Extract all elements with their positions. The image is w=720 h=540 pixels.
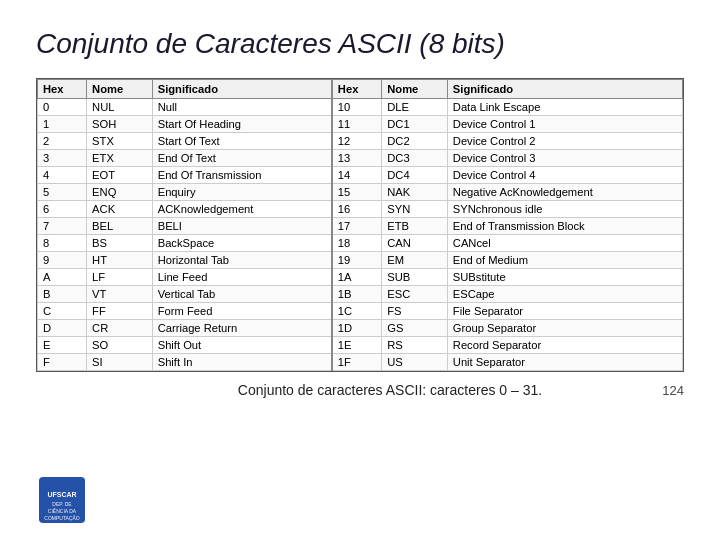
table-row: 6ACKACKnowledgement16SYNSYNchronous idle: [38, 201, 683, 218]
table-cell: RS: [382, 337, 448, 354]
table-cell: BEL: [87, 218, 153, 235]
slide: Conjunto de Caracteres ASCII (8 bits) He…: [0, 0, 720, 540]
table-cell: E: [38, 337, 87, 354]
table-cell: Horizontal Tab: [152, 252, 332, 269]
table-cell: Vertical Tab: [152, 286, 332, 303]
table-row: 5ENQEnquiry15NAKNegative AcKnowledgement: [38, 184, 683, 201]
table-cell: CANcel: [447, 235, 682, 252]
table-row: ALFLine Feed1ASUBSUBstitute: [38, 269, 683, 286]
table-cell: LF: [87, 269, 153, 286]
table-row: 9HTHorizontal Tab19EMEnd of Medium: [38, 252, 683, 269]
table-row: 1SOHStart Of Heading11DC1Device Control …: [38, 116, 683, 133]
table-cell: Null: [152, 99, 332, 116]
table-cell: BackSpace: [152, 235, 332, 252]
table-cell: CR: [87, 320, 153, 337]
table-cell: 2: [38, 133, 87, 150]
table-row: CFFForm Feed1CFSFile Separator: [38, 303, 683, 320]
table-cell: End Of Text: [152, 150, 332, 167]
table-cell: US: [382, 354, 448, 371]
table-cell: 15: [332, 184, 382, 201]
table-row: FSIShift In1FUSUnit Separator: [38, 354, 683, 371]
table-cell: F: [38, 354, 87, 371]
table-cell: ESCape: [447, 286, 682, 303]
table-cell: 7: [38, 218, 87, 235]
table-row: DCRCarriage Return1DGSGroup Separator: [38, 320, 683, 337]
col-sig-left: Significado: [152, 80, 332, 99]
table-cell: SO: [87, 337, 153, 354]
table-cell: 13: [332, 150, 382, 167]
table-cell: Device Control 1: [447, 116, 682, 133]
table-cell: STX: [87, 133, 153, 150]
table-cell: 16: [332, 201, 382, 218]
svg-text:UFSCAR: UFSCAR: [47, 491, 76, 498]
slide-title: Conjunto de Caracteres ASCII (8 bits): [36, 28, 684, 60]
table-row: 8BSBackSpace18CANCANcel: [38, 235, 683, 252]
table-cell: EM: [382, 252, 448, 269]
table-cell: DLE: [382, 99, 448, 116]
table-cell: Device Control 2: [447, 133, 682, 150]
table-cell: Data Link Escape: [447, 99, 682, 116]
page-number: 124: [662, 383, 684, 398]
table-cell: A: [38, 269, 87, 286]
col-nome-left: Nome: [87, 80, 153, 99]
table-cell: ETX: [87, 150, 153, 167]
table-cell: DC1: [382, 116, 448, 133]
table-cell: Device Control 3: [447, 150, 682, 167]
table-cell: Negative AcKnowledgement: [447, 184, 682, 201]
ascii-table: Hex Nome Significado Hex Nome Significad…: [37, 79, 683, 371]
table-cell: SYNchronous idle: [447, 201, 682, 218]
table-cell: ACKnowledgement: [152, 201, 332, 218]
table-cell: BELI: [152, 218, 332, 235]
table-cell: ESC: [382, 286, 448, 303]
svg-text:DEP. DE: DEP. DE: [52, 501, 72, 507]
table-cell: Device Control 4: [447, 167, 682, 184]
footer-text: Conjunto de caracteres ASCII: caracteres…: [238, 382, 542, 398]
col-hex-left: Hex: [38, 80, 87, 99]
table-cell: Record Separator: [447, 337, 682, 354]
table-cell: NUL: [87, 99, 153, 116]
table-cell: SUBstitute: [447, 269, 682, 286]
table-cell: FS: [382, 303, 448, 320]
col-hex-right: Hex: [332, 80, 382, 99]
table-cell: 1E: [332, 337, 382, 354]
logo-image: UFSCAR DEP. DE CIÊNCIA DA COMPUTAÇÃO: [36, 474, 88, 526]
table-cell: 11: [332, 116, 382, 133]
table-cell: 6: [38, 201, 87, 218]
table-cell: End Of Transmission: [152, 167, 332, 184]
table-cell: CAN: [382, 235, 448, 252]
table-cell: 19: [332, 252, 382, 269]
table-row: BVTVertical Tab1BESCESCape: [38, 286, 683, 303]
table-body: 0NULNull10DLEData Link Escape1SOHStart O…: [38, 99, 683, 371]
table-cell: Line Feed: [152, 269, 332, 286]
table-cell: 9: [38, 252, 87, 269]
table-cell: Start Of Text: [152, 133, 332, 150]
table-row: 7BELBELI17ETBEnd of Transmission Block: [38, 218, 683, 235]
col-nome-right: Nome: [382, 80, 448, 99]
table-cell: SYN: [382, 201, 448, 218]
table-header-row: Hex Nome Significado Hex Nome Significad…: [38, 80, 683, 99]
table-cell: DC3: [382, 150, 448, 167]
table-cell: File Separator: [447, 303, 682, 320]
table-cell: 18: [332, 235, 382, 252]
table-cell: NAK: [382, 184, 448, 201]
table-row: 0NULNull10DLEData Link Escape: [38, 99, 683, 116]
table-cell: ETB: [382, 218, 448, 235]
table-cell: FF: [87, 303, 153, 320]
svg-text:COMPUTAÇÃO: COMPUTAÇÃO: [44, 515, 80, 521]
table-cell: Group Separator: [447, 320, 682, 337]
logo-svg: UFSCAR DEP. DE CIÊNCIA DA COMPUTAÇÃO: [37, 475, 87, 525]
table-cell: 0: [38, 99, 87, 116]
table-row: 4EOTEnd Of Transmission14DC4Device Contr…: [38, 167, 683, 184]
table-cell: SI: [87, 354, 153, 371]
table-cell: DC4: [382, 167, 448, 184]
table-cell: Carriage Return: [152, 320, 332, 337]
table-cell: 3: [38, 150, 87, 167]
table-cell: DC2: [382, 133, 448, 150]
table-cell: 1A: [332, 269, 382, 286]
table-cell: BS: [87, 235, 153, 252]
table-cell: 1C: [332, 303, 382, 320]
table-cell: 5: [38, 184, 87, 201]
table-cell: SUB: [382, 269, 448, 286]
table-cell: 12: [332, 133, 382, 150]
table-cell: 1: [38, 116, 87, 133]
